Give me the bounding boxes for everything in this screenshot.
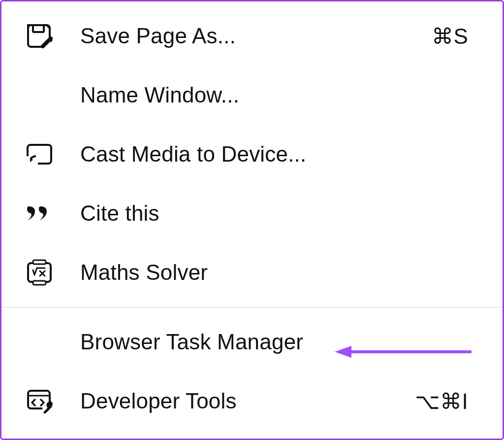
- developer-tools-icon: [26, 389, 56, 413]
- menu-item-developer-tools[interactable]: Developer Tools ⌥⌘I: [1, 372, 503, 431]
- menu-item-label: Save Page As...: [56, 24, 432, 48]
- menu-group-2: Browser Task Manager Developer: [1, 312, 503, 431]
- menu-separator: [1, 307, 503, 307]
- menu-item-shortcut: ⌘S: [432, 24, 483, 49]
- menu-item-label: Name Window...: [56, 83, 468, 107]
- math-icon: [26, 259, 56, 286]
- menu-item-label: Cite this: [56, 201, 468, 226]
- menu-item-label: Maths Solver: [56, 260, 468, 285]
- svg-rect-8: [33, 260, 46, 264]
- menu-item-label: Developer Tools: [56, 389, 415, 413]
- menu-item-shortcut: ⌥⌘I: [415, 389, 483, 414]
- menu-item-browser-task-manager[interactable]: Browser Task Manager: [1, 312, 503, 372]
- save-icon: [26, 24, 56, 48]
- svg-rect-9: [33, 281, 46, 285]
- menu-item-cast-media[interactable]: Cast Media to Device...: [1, 125, 503, 184]
- quote-icon: [26, 204, 56, 222]
- context-menu-panel: Save Page As... ⌘S Name Window...: [0, 0, 504, 440]
- menu-item-cite-this[interactable]: Cite this: [1, 184, 503, 243]
- menu-item-name-window[interactable]: Name Window...: [1, 66, 503, 125]
- svg-rect-6: [26, 162, 38, 165]
- cast-icon: [26, 143, 56, 165]
- menu-item-maths-solver[interactable]: Maths Solver: [1, 243, 503, 302]
- menu-item-label: Browser Task Manager: [56, 330, 468, 354]
- menu-item-label: Cast Media to Device...: [56, 142, 468, 167]
- menu-group-1: Save Page As... ⌘S Name Window...: [1, 6, 503, 302]
- svg-rect-1: [33, 25, 44, 32]
- menu: Save Page As... ⌘S Name Window...: [1, 6, 503, 431]
- svg-rect-7: [28, 263, 51, 282]
- menu-item-save-page-as[interactable]: Save Page As... ⌘S: [1, 6, 503, 66]
- svg-point-15: [48, 402, 53, 406]
